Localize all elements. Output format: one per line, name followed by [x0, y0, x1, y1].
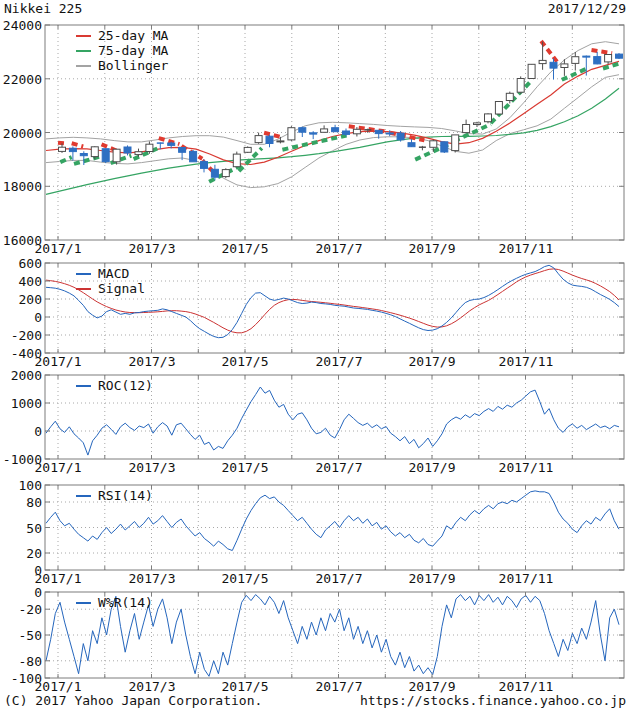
candle	[321, 129, 328, 132]
legend-line-sample	[76, 65, 91, 67]
x-tick-label: 2017/1	[26, 461, 90, 474]
x-tick-label: 2017/3	[120, 680, 184, 693]
x-tick-label: 2017/1	[26, 572, 90, 585]
y-tick-label: 0	[2, 311, 42, 324]
x-tick-label: 2017/11	[494, 461, 558, 474]
candle	[179, 148, 186, 153]
legend-label: RSI(14)	[98, 488, 153, 503]
candle	[146, 144, 153, 151]
candle	[91, 147, 98, 157]
candle	[266, 136, 273, 143]
candle	[594, 57, 601, 64]
candle	[80, 154, 87, 156]
chart-date: 2017/12/29	[548, 2, 626, 15]
y-tick-label: 400	[2, 275, 42, 288]
y-tick-label: 200	[2, 293, 42, 306]
ma75-line	[46, 88, 619, 194]
legend-item: Bollinger	[76, 58, 168, 72]
legend-item: MACD	[76, 266, 129, 280]
panel-macd-grid	[45, 263, 624, 353]
candle	[124, 147, 131, 153]
y-tick-label: 0	[2, 586, 42, 599]
legend-item: 75-day MA	[76, 43, 168, 57]
x-tick-label: 2017/3	[120, 572, 184, 585]
y-tick-label: 1000	[2, 397, 42, 410]
x-tick-label: 2017/11	[494, 680, 558, 693]
candle	[561, 64, 568, 68]
parabolic-marks	[58, 143, 65, 144]
x-tick-label: 2017/1	[26, 242, 90, 255]
legend-line-sample	[76, 602, 91, 604]
x-tick-label: 2017/9	[400, 242, 464, 255]
parabolic-marks	[60, 157, 71, 162]
x-tick-label: 2017/9	[400, 572, 464, 585]
y-tick-label: 600	[2, 257, 42, 270]
legend-label: ROC(12)	[98, 378, 153, 393]
candle	[102, 149, 109, 162]
legend-item: RSI(14)	[76, 488, 153, 502]
y-tick-label: -200	[2, 329, 42, 342]
x-tick-label: 2017/5	[213, 680, 277, 693]
candle	[474, 123, 481, 125]
candle	[299, 128, 306, 133]
stock-chart-page: { "header": { "title": "Nikkei 225", "da…	[0, 0, 630, 709]
candle	[386, 133, 393, 134]
y-tick-label: -20	[2, 603, 42, 616]
legend-line-sample	[76, 50, 91, 52]
y-tick-label: 80	[2, 496, 42, 509]
candle	[233, 154, 240, 167]
candle	[408, 143, 415, 147]
legend-line-sample	[76, 35, 91, 37]
candle	[244, 147, 251, 152]
candle	[277, 141, 284, 142]
x-tick-label: 2017/5	[213, 461, 277, 474]
y-tick-label: 22000	[2, 73, 42, 86]
candle	[539, 60, 546, 63]
candle	[430, 141, 437, 148]
parabolic-marks	[603, 64, 619, 69]
x-tick-label: 2017/9	[400, 461, 464, 474]
legend-label: Bollinger	[98, 58, 168, 73]
macd-line	[46, 265, 619, 337]
candle	[605, 55, 612, 62]
candle	[201, 162, 208, 169]
candle	[113, 149, 120, 162]
candle	[397, 133, 404, 140]
candle	[310, 133, 317, 134]
legend-label: Signal	[98, 281, 145, 296]
legend-label: 25-day MA	[98, 28, 168, 43]
candle	[343, 131, 350, 134]
x-tick-label: 2017/3	[120, 242, 184, 255]
source-url[interactable]: https://stocks.finance.yahoo.co.jp	[360, 694, 626, 707]
y-tick-label: 100	[2, 479, 42, 492]
candle	[190, 151, 197, 161]
candle	[485, 114, 492, 122]
x-tick-label: 2017/7	[307, 572, 371, 585]
x-tick-label: 2017/5	[213, 355, 277, 368]
x-tick-label: 2017/1	[26, 355, 90, 368]
candle	[463, 125, 470, 133]
legend-item: Signal	[76, 281, 145, 295]
x-tick-label: 2017/5	[213, 242, 277, 255]
x-tick-label: 2017/11	[494, 242, 558, 255]
candle	[583, 56, 590, 57]
y-tick-label: 20	[2, 547, 42, 560]
y-tick-label: 2000	[2, 369, 42, 382]
candle	[332, 128, 339, 132]
y-tick-label: 20000	[2, 127, 42, 140]
page-title: Nikkei 225	[4, 2, 82, 15]
candle	[517, 79, 524, 93]
candle	[353, 129, 360, 134]
x-tick-label: 2017/7	[307, 242, 371, 255]
y-tick-label: 0	[2, 425, 42, 438]
x-tick-label: 2017/5	[213, 572, 277, 585]
legend-label: MACD	[98, 266, 129, 281]
legend-item: 25-day MA	[76, 28, 168, 42]
x-tick-label: 2017/7	[307, 461, 371, 474]
candle	[255, 136, 262, 143]
legend-line-sample	[76, 385, 91, 387]
candle	[495, 102, 502, 115]
x-tick-label: 2017/9	[400, 680, 464, 693]
x-tick-label: 2017/11	[494, 355, 558, 368]
candle	[441, 142, 448, 152]
